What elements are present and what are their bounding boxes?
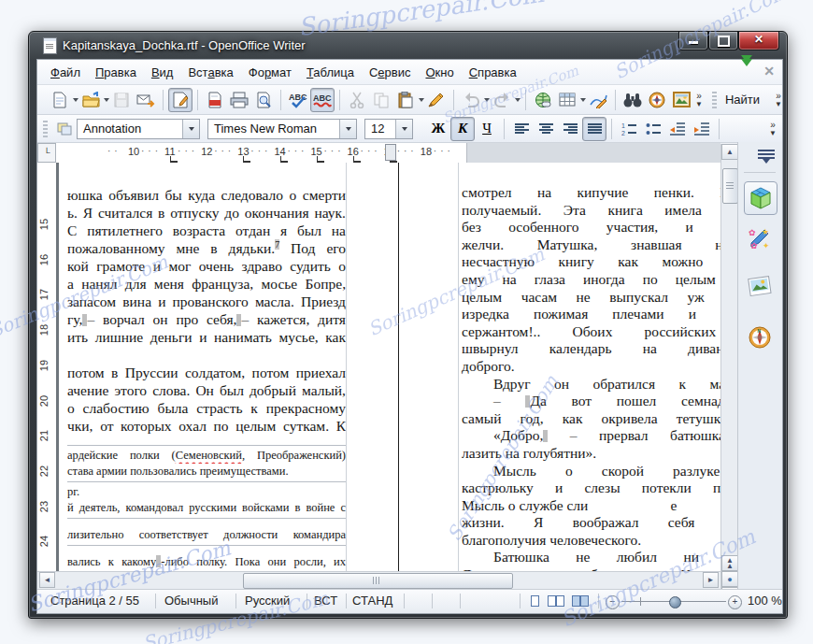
formatting-overflow-button[interactable]: »▼ (765, 121, 780, 137)
table-dropdown[interactable] (579, 89, 586, 111)
previous-page-button[interactable]: ▲▲ (721, 555, 738, 571)
status-selection-mode[interactable]: СТАНД (352, 594, 392, 608)
underline-button[interactable]: Ч (475, 117, 499, 141)
tab-stop-marker[interactable] (170, 156, 178, 163)
scroll-left-button[interactable]: ◄ (39, 572, 55, 588)
menu-item-Правка[interactable]: Правка (88, 63, 144, 82)
footnote-area[interactable]: ардейские полки (Семеновский, Преображен… (67, 443, 346, 571)
find-toolbar-label[interactable]: Найти (725, 93, 760, 107)
status-page-number[interactable]: Страница 2 / 55 (50, 594, 139, 608)
tab-stop-selector[interactable]: └ (37, 143, 56, 163)
open-button[interactable] (78, 88, 103, 112)
tab-stop-marker[interactable] (353, 156, 361, 163)
scroll-right-button[interactable]: ► (703, 572, 719, 588)
horizontal-scrollbar[interactable]: ◄ ► (37, 571, 720, 589)
align-left-button[interactable] (509, 117, 534, 141)
increase-indent-button[interactable] (690, 117, 714, 141)
tab-stop-marker[interactable] (243, 156, 250, 163)
navigation-button[interactable]: ● (721, 571, 738, 587)
gallery-button[interactable] (669, 88, 693, 112)
zoom-in-button[interactable]: + (728, 595, 742, 609)
book-view-button[interactable] (572, 595, 589, 607)
scroll-up-button[interactable]: ▲ (721, 144, 738, 160)
find-toolbar-grip[interactable] (712, 92, 717, 108)
font-combo-arrow[interactable] (339, 120, 356, 138)
style-combo-arrow[interactable] (182, 120, 199, 138)
table-button[interactable] (555, 88, 579, 112)
tab-stop-marker[interactable] (317, 156, 324, 163)
vertical-scrollbar[interactable]: ▲ ▲▲ ● ▼▼ (720, 144, 738, 606)
menu-item-Сервис[interactable]: Сервис (362, 63, 419, 82)
maximize-button[interactable] (708, 32, 738, 50)
undo-dropdown[interactable] (483, 89, 490, 111)
close-document-icon[interactable]: ✕ (763, 64, 775, 79)
vertical-ruler[interactable]: 15161718192021222324 (37, 163, 57, 571)
email-button[interactable] (134, 88, 158, 112)
hyperlink-button[interactable] (531, 88, 555, 112)
menu-item-Вставка[interactable]: Вставка (180, 63, 240, 82)
clone-formatting-button[interactable] (424, 88, 449, 112)
navigator-button[interactable] (645, 88, 669, 112)
page-preview-button[interactable] (251, 88, 276, 112)
status-page-style[interactable]: Обычный (164, 594, 218, 608)
paragraph-style-combobox[interactable]: Annotation (77, 119, 200, 139)
horizontal-ruler[interactable]: 10···11···12···13···14···15···16···17···… (56, 143, 720, 163)
size-combo-arrow[interactable] (395, 120, 412, 138)
sidebar-navigator-button[interactable]: N (744, 322, 776, 353)
copy-button[interactable] (369, 88, 393, 112)
menu-item-Формат[interactable]: Формат (241, 63, 299, 82)
open-dropdown[interactable] (103, 89, 109, 111)
font-name-combobox[interactable]: Times New Roman (207, 119, 357, 139)
export-pdf-button[interactable] (203, 88, 227, 112)
align-center-button[interactable] (534, 117, 558, 141)
menu-item-Окно[interactable]: Окно (418, 63, 461, 82)
spellcheck-button[interactable]: ABC (286, 88, 310, 112)
find-replace-button[interactable] (620, 88, 645, 112)
find-toolbar-overflow[interactable]: »▼ (771, 92, 786, 108)
print-button[interactable] (227, 88, 251, 112)
bulleted-list-button[interactable] (641, 117, 665, 141)
title-bar[interactable]: Kapitanskaya_Dochka.rtf - OpenOffice Wri… (29, 32, 787, 59)
styles-button[interactable] (52, 117, 77, 141)
cut-button[interactable] (345, 88, 369, 112)
numbered-list-button[interactable]: 12 (617, 117, 641, 141)
tab-stop-marker[interactable] (280, 156, 288, 163)
menu-item-Таблица[interactable]: Таблица (299, 63, 362, 82)
horizontal-scrollbar-thumb[interactable] (243, 573, 513, 589)
font-size-combobox[interactable]: 12 (364, 119, 413, 139)
sidebar-properties-button[interactable] (744, 181, 777, 215)
toolbar-overflow-button[interactable]: »▼ (695, 92, 703, 108)
sidebar-gallery-button[interactable] (744, 271, 776, 303)
indent-marker[interactable] (385, 144, 396, 161)
draw-functions-button[interactable] (586, 88, 610, 112)
redo-dropdown[interactable] (514, 89, 521, 111)
zoom-percentage[interactable]: 100 % (748, 594, 782, 608)
left-page-text[interactable]: юшка объявил бы куда следовало о смертиь… (67, 186, 346, 435)
status-language[interactable]: Русский (245, 594, 290, 608)
single-page-view-button[interactable] (531, 595, 539, 607)
align-right-button[interactable] (558, 117, 582, 141)
new-document-dropdown[interactable] (72, 89, 78, 111)
justify-button[interactable] (582, 117, 606, 141)
menu-item-Справка[interactable]: Справка (462, 63, 524, 82)
multi-page-view-button[interactable] (548, 595, 564, 607)
minimize-button[interactable] (678, 32, 708, 50)
undo-button[interactable] (459, 88, 483, 112)
paste-button[interactable] (393, 88, 418, 112)
menu-item-Вид[interactable]: Вид (144, 63, 181, 82)
zoom-slider-thumb[interactable] (669, 596, 681, 608)
redo-button[interactable] (490, 88, 514, 112)
bold-button[interactable]: Ж (426, 117, 450, 141)
paste-dropdown[interactable] (418, 89, 424, 111)
italic-button[interactable]: К (450, 117, 475, 141)
sidebar-styles-button[interactable]: ✿★✿✦ (744, 222, 776, 254)
document-area[interactable]: юшка объявил бы куда следовало о смертиь… (56, 163, 720, 571)
zoom-out-button[interactable]: − (606, 595, 620, 609)
formatting-toolbar-grip[interactable] (43, 121, 48, 137)
menu-item-Файл[interactable]: Файл (43, 63, 88, 82)
new-document-button[interactable] (48, 88, 72, 112)
status-insert-mode[interactable]: ВСТ (314, 594, 337, 608)
update-download-icon[interactable] (741, 63, 752, 79)
vertical-scrollbar-thumb[interactable] (722, 168, 738, 204)
sidebar-settings-icon[interactable] (758, 150, 775, 163)
